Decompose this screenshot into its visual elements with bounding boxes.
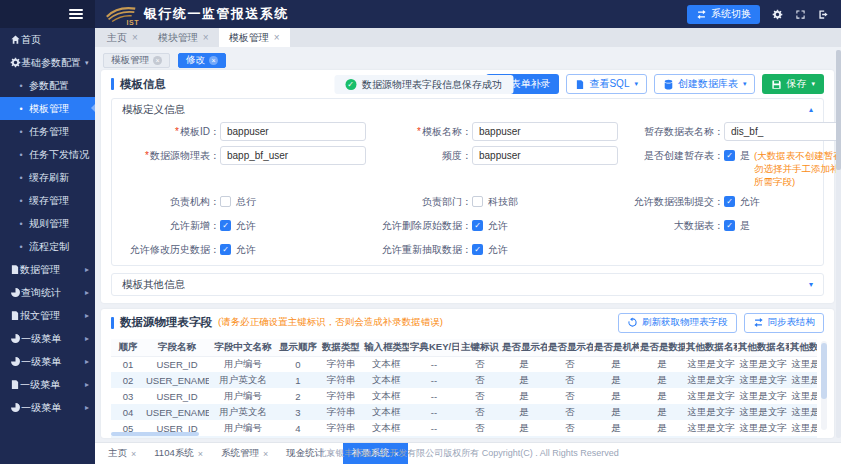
chip-template-mgmt[interactable]: 模板管理× (103, 53, 170, 68)
table-vscroll-thumb[interactable] (821, 343, 827, 399)
expand-icon[interactable]: ▾ (809, 280, 813, 289)
allow-add-checkbox[interactable]: ✓ (220, 220, 231, 231)
table-cell: 这里是文字 (737, 420, 789, 436)
sidebar-item-home[interactable]: 首页 (0, 28, 95, 51)
sidebar-item-data-mgmt[interactable]: 数据管理▸ (0, 258, 95, 281)
page-scrollbar-thumb[interactable] (836, 50, 841, 170)
table-row[interactable]: 06USER_ENAME用户英文名5字符串文本框--否是否是是这里是文字这里是文… (111, 436, 817, 438)
bottom-tab-sys-1104[interactable]: 1104系统× (145, 443, 212, 464)
view-sql-button[interactable]: 查看SQL▾ (566, 74, 647, 94)
sidebar-item-label: 一级菜单 (21, 401, 61, 415)
template-def-form: *模板ID*模板名称暂存数据表名称*数据源物理表频度是否创建暂存表✓是(大数据表… (112, 120, 823, 262)
column-header: 输入框类型 (363, 339, 409, 356)
table-cell: 文本框 (363, 356, 409, 372)
close-icon[interactable]: × (131, 449, 136, 459)
table-cell: 否 (459, 436, 501, 438)
create-temp-table-checkbox[interactable]: ✓ (724, 150, 735, 161)
sidebar-item-base-params-config[interactable]: 基础参数配置▾ (0, 51, 95, 74)
table-cell: 用户编号 (209, 388, 277, 404)
allow-re-extract-checkbox[interactable]: ✓ (472, 244, 483, 255)
sidebar-item-menu-3[interactable]: 一级菜单▸ (0, 373, 95, 396)
close-circle-icon[interactable]: × (153, 56, 162, 65)
allow-edit-history-checkbox[interactable]: ✓ (220, 244, 231, 255)
close-icon[interactable]: × (203, 32, 209, 43)
collapse-icon[interactable]: ▴ (809, 105, 813, 114)
column-header: 其他数据名称 (685, 339, 737, 356)
template-other-title: 模板其他信息 (122, 278, 185, 292)
chip-edit[interactable]: 修改× (178, 53, 226, 68)
close-icon[interactable]: × (263, 449, 268, 459)
tab-module-mgmt[interactable]: 模块管理× (148, 28, 219, 47)
bottom-tab-home[interactable]: 主页× (99, 443, 145, 464)
create-db-table-button[interactable]: 创建数据库表▾ (654, 74, 756, 94)
sidebar-item-cache-mgmt[interactable]: •缓存管理 (0, 189, 95, 212)
fields-buttons: 刷新获取物理表字段同步表结构 (618, 313, 824, 333)
sidebar-item-task-mgmt[interactable]: •任务管理 (0, 120, 95, 143)
datasource-table-input[interactable] (220, 146, 366, 165)
column-header: 是否显示在... (547, 339, 593, 356)
allow-delete-origin-checkbox[interactable]: ✓ (472, 220, 483, 231)
sidebar-item-process-custom[interactable]: •流程定制 (0, 235, 95, 258)
table-row[interactable]: 04USER_ENAME用户英文名3字符串文本框--否是否是是这里是文字这里是文… (111, 404, 817, 420)
logout-icon[interactable] (818, 9, 829, 20)
tab-home[interactable]: 主页× (97, 28, 148, 47)
close-icon[interactable]: × (274, 32, 280, 43)
table-row[interactable]: 02USER_ENAME用户英文名1字符串文本框--否是否是是这里是文字这里是文… (111, 372, 817, 388)
sidebar-item-report-mgmt[interactable]: 报文管理▸ (0, 304, 95, 327)
system-switch-button[interactable]: 系统切换 (687, 5, 760, 24)
table-row[interactable]: 01USER_ID用户编号0字符串文本框--否是否是是这里是文字这里是文字这里是… (111, 356, 817, 372)
table-hscroll-thumb[interactable] (111, 432, 199, 436)
sidebar: 首页基础参数配置▾•参数配置•模板管理•任务管理•任务下发情况•缓存刷新•缓存管… (0, 28, 95, 464)
main-area: 主页×模块管理×模板管理× 模板管理×修改× 模板信息 ✓ 数据源物理表字段信息… (95, 28, 841, 464)
responsible-dept-checkbox[interactable] (472, 196, 483, 207)
app-title: 银行统一监管报送系统 (144, 5, 289, 23)
sidebar-item-query-stats[interactable]: 查询统计▸ (0, 281, 95, 304)
sidebar-item-menu-4[interactable]: 一级菜单▸ (0, 396, 95, 419)
table-cell: 2 (277, 388, 319, 404)
sync-structure-button[interactable]: 同步表结构 (744, 313, 825, 333)
page-tab-bar: 主页×模块管理×模板管理× (95, 28, 841, 47)
sidebar-item-rule-mgmt[interactable]: •规则管理 (0, 212, 95, 235)
template-id-input[interactable] (220, 122, 366, 141)
responsible-org-checkbox[interactable] (220, 196, 231, 207)
sidebar-item-task-dispatch-status[interactable]: •任务下发情况 (0, 143, 95, 166)
home-icon (10, 34, 21, 45)
temp-table-name-input[interactable] (724, 122, 841, 141)
process-custom-bullet-icon: • (16, 242, 26, 252)
sidebar-item-param-config[interactable]: •参数配置 (0, 74, 95, 97)
table-row[interactable]: 03USER_ID用户编号2字符串文本框--否是否是是这里是文字这里是文字这里是… (111, 388, 817, 404)
close-icon[interactable]: × (198, 449, 203, 459)
big-data-table-checkbox[interactable]: ✓ (724, 220, 735, 231)
button-label: 刷新获取物理表字段 (642, 316, 728, 329)
refresh-fields-button[interactable]: 刷新获取物理表字段 (618, 313, 737, 333)
table-cell: 否 (459, 388, 501, 404)
settings-icon[interactable] (772, 9, 783, 20)
sidebar-item-menu-2[interactable]: 一级菜单▸ (0, 350, 95, 373)
fullscreen-icon[interactable] (795, 9, 806, 20)
sidebar-item-template-mgmt[interactable]: •模板管理 (0, 97, 95, 120)
allow-force-submit-checkbox[interactable]: ✓ (724, 196, 735, 207)
frequency-input[interactable] (472, 146, 618, 165)
close-icon[interactable]: × (132, 32, 138, 43)
sidebar-item-label: 任务下发情况 (29, 148, 89, 162)
bottom-tab-system-mgmt[interactable]: 系统管理× (212, 443, 277, 464)
checkbox-label: 是 (740, 215, 750, 236)
sidebar-item-cache-refresh[interactable]: •缓存刷新 (0, 166, 95, 189)
save-button[interactable]: 保存▾ (762, 74, 824, 94)
table-cell: USER_ENAME (145, 404, 209, 420)
table-row[interactable]: 05USER_ID用户编号4字符串文本框--否是否是是这里是文字这里是文字这里是… (111, 420, 817, 436)
fields-header: 数据源物理表字段 (请务必正确设置主键标识，否则会造成补录数据错误) 刷新获取物… (101, 309, 834, 336)
sidebar-item-menu-1[interactable]: 一级菜单▸ (0, 327, 95, 350)
column-header: 显示顺序 (277, 339, 319, 356)
system-switch-icon (696, 9, 707, 20)
close-circle-icon[interactable]: × (209, 56, 218, 65)
tab-label: 模板管理 (229, 31, 269, 45)
rule-mgmt-bullet-icon: • (16, 219, 26, 229)
param-config-bullet-icon: • (16, 81, 26, 91)
template-name-input[interactable] (472, 122, 618, 141)
checkbox-warning: (大数据表不创建暂存表请勿选择并手工添加补录模板所需字段) (754, 145, 841, 188)
tab-label: 模块管理 (158, 31, 198, 45)
table-cell: -- (409, 436, 459, 438)
menu-toggle-icon[interactable] (69, 9, 83, 19)
tab-template-mgmt[interactable]: 模板管理× (219, 28, 290, 47)
